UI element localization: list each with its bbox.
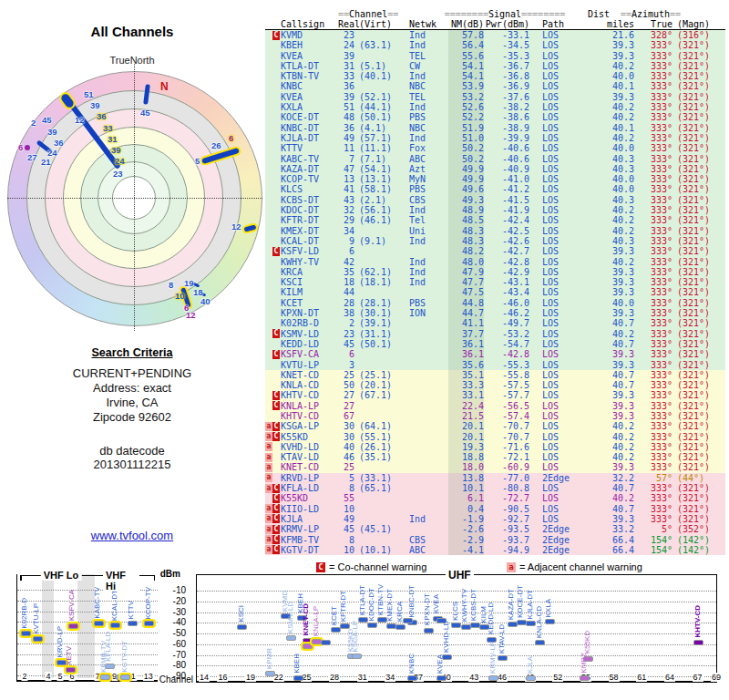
station-label: KNLA-LP [312,606,320,636]
station-label: KFMB-TV [99,641,108,673]
radar-channel-label: 21 [41,157,51,167]
north-marker: N [160,80,169,93]
station-marker [68,623,78,629]
dbm-tick: -40 [173,617,186,627]
radar-channel-label: 27 [27,152,37,162]
table-row: KDOC-DT32(56.1)Ind48.9-41.9LOS40.2333°(3… [265,205,725,215]
channel-tick: 69 [711,673,722,682]
dbm-tick: -20 [173,596,186,606]
channel-tick: 43 [468,673,479,682]
co-channel-flag-icon: C [272,494,280,503]
table-row: KAZA-DT47(54.1)Azt49.9-40.9LOS40.3333°(3… [265,164,725,174]
station-label: KNBC-DT [407,585,416,618]
station-label: KJLA [526,656,534,674]
table-row: KFTR-DT29(46.1)Tel48.5-42.4LOS40.2333°(3… [265,215,725,225]
radar-channel-label: 51 [84,89,94,99]
table-row: KTLA-DT31(5.1)CW54.1-36.7LOS40.2333°(321… [265,61,725,71]
co-channel-flag-icon: C [272,422,280,431]
station-marker [321,640,331,645]
co-channel-flag-icon: C [272,535,280,544]
radar-crosshair-horizontal [7,198,262,199]
channel-tick: 31 [357,673,368,682]
station-marker [21,631,31,636]
tvfool-link[interactable]: www.tvfool.com [0,529,264,542]
co-channel-flag-icon: C [272,514,280,523]
channel-tick: 58 [609,673,620,682]
radar-title: All Channels [0,24,264,39]
station-label: KSMV-LD [286,602,294,633]
table-row: aCKFMB-TV8CBS-2.9-93.72Edge66.4154°(142°… [265,535,725,545]
station-label: KXLA [544,599,552,617]
adjacent-flag-icon: a [265,545,272,554]
table-row: aCKJLA49Ind-1.9-92.7LOS39.3333°(321°) [265,514,725,524]
station-marker [331,627,341,633]
station-label: KNET-CD [302,603,310,636]
radar-channel-label: 45 [42,115,52,125]
station-label: KSFV-CA [67,590,76,621]
station-label: KVHD-LD [442,621,450,653]
station-label: KJLA-DT [526,590,534,619]
station-label: KGTV-DT [120,641,128,673]
station-label: KCAL-DT [110,590,118,621]
station-label: KLCS [451,602,459,621]
station-label: KVEA [432,594,440,613]
station-label: KPMR [265,648,273,669]
table-row: KNLA-CD50(20.1)33.3-57.5LOS40.7333°(321°… [265,380,725,390]
table-row: KMEX-DT34Uni48.3-42.5LOS40.2333°(321°) [265,226,725,236]
adjacent-channel-legend: a = Adjacent channel warning [507,561,642,572]
radar-channel-label: 39 [90,100,100,110]
dist-header: Dist [573,9,610,19]
table-row: aKNET-CD2518.0-60.9LOS39.3333°(321°) [265,462,725,472]
radar-channel-label: 6 [229,133,233,143]
table-row: aCKSGA-LP30(64.1)20.1-70.7LOS40.2333°(32… [265,421,725,431]
criteria-mode: CURRENT+PENDING [0,366,264,380]
station-marker [395,624,406,630]
channel-tick: 28 [329,673,340,682]
channel-tick: 19 [245,673,256,682]
table-row: aCKRMV-LP45(45.1)-2.6-93.52Edge33.25°(35… [265,524,725,534]
table-row: aKVHD-LD40(26.1)19.3-71.6LOS40.2333°(321… [265,442,725,452]
station-marker [100,674,110,680]
table-row: KNET-CD25(25.1)35.1-55.8LOS40.7333°(321°… [265,370,725,380]
table-row: CKVMD23Ind57.8-33.1LOS21.6328°(316°) [265,30,725,40]
radar-channel-label: 23 [113,169,123,179]
station-label: KTAV-LD [498,624,506,654]
station-marker [33,636,43,642]
table-row: KHTV-CD6721.5-57.4LOS39.3333°(321°) [265,411,725,421]
table-row: CKNLA-LP2722.4-56.5LOS39.3333°(321°) [265,401,725,411]
radar-channel-label: 5 [195,156,200,166]
station-marker [693,640,703,645]
vhf-hi-label: VHF Hi [103,570,139,592]
radar-channel-label: 39 [47,127,57,137]
table-row: KEDD-LD45(50.1)36.1-54.7LOS40.7333°(321°… [265,339,725,349]
table-header-columns: Callsign Real (Virt) Netwk NM(dB) Pwr(dB… [265,19,725,30]
dbm-tick: -10 [173,585,186,595]
signal-table: ==Channel== ========Signal======== Dist … [265,9,725,555]
table-row: CKSFV-LD648.2-42.7LOS39.3333°(321°) [265,246,725,256]
station-marker [94,621,104,626]
dbm-tick: -70 [173,650,186,660]
table-row: CKSMV-LD23(31.1)37.7-53.2LOS40.2333°(321… [265,329,725,339]
co-channel-flag-icon: C [272,31,280,40]
table-row: KTBN-TV33(40.1)Ind54.1-36.8LOS40.0333°(3… [265,71,725,81]
radar-signal-bar [25,145,30,150]
station-label: KRCA [395,602,404,622]
datecode-label: db datecode [0,444,264,458]
station-label: KCOP-TV [144,587,152,620]
station-marker [461,624,471,630]
search-criteria-heading: Search Criteria [0,346,264,359]
radar-plot: N 51393612333139242345245393624212765266… [7,71,262,326]
station-label: KABC-TV [93,587,101,619]
table-row: KTTV11(11.1)Fox50.2-40.6LOS40.0333°(321°… [265,143,725,153]
channel-tick: 6 [68,672,75,681]
table-row: KABC-TV7(7.1)ABC50.2-40.6LOS40.3333°(321… [265,154,725,164]
tvfool-report: All Channels TrueNorth N 513936123331392… [0,0,729,700]
station-label: KDOC-DT [367,588,375,621]
co-channel-flag-icon: C [272,504,280,513]
station-marker [403,618,413,623]
radar-channel-label: 12 [231,221,241,232]
table-header-groups: ==Channel== ========Signal======== Dist … [265,9,725,19]
station-marker [303,643,313,649]
table-row: KCAL-DT9(9.1)Ind48.3-42.6LOS40.3333°(321… [265,236,725,246]
adjacent-flag-icon: a [507,562,516,572]
